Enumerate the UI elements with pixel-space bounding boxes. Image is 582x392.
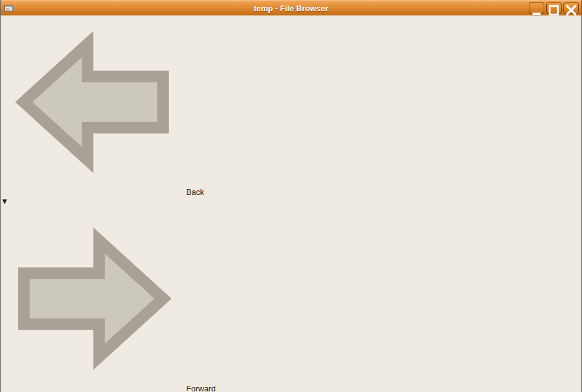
minimize-icon xyxy=(529,3,544,17)
maximize-button[interactable] xyxy=(546,2,562,14)
close-button[interactable] xyxy=(563,2,579,14)
back-history-dropdown[interactable]: ▼ xyxy=(1,197,9,206)
toolbar: Back▼Forward▼UpStopReloadHomeComputerSea… xyxy=(1,9,581,392)
forward-icon xyxy=(1,206,186,391)
titlebar[interactable]: temp - File Browser xyxy=(1,0,581,15)
back-icon xyxy=(1,9,186,195)
file-browser-window: temp - File Browser FileEditViewGoBookma… xyxy=(0,0,582,392)
window-title: temp - File Browser xyxy=(1,4,581,13)
maximize-icon xyxy=(547,3,561,17)
back-button: Back xyxy=(1,9,581,197)
forward-button: Forward xyxy=(1,206,581,392)
minimize-button[interactable] xyxy=(529,2,544,14)
close-icon xyxy=(564,3,578,17)
